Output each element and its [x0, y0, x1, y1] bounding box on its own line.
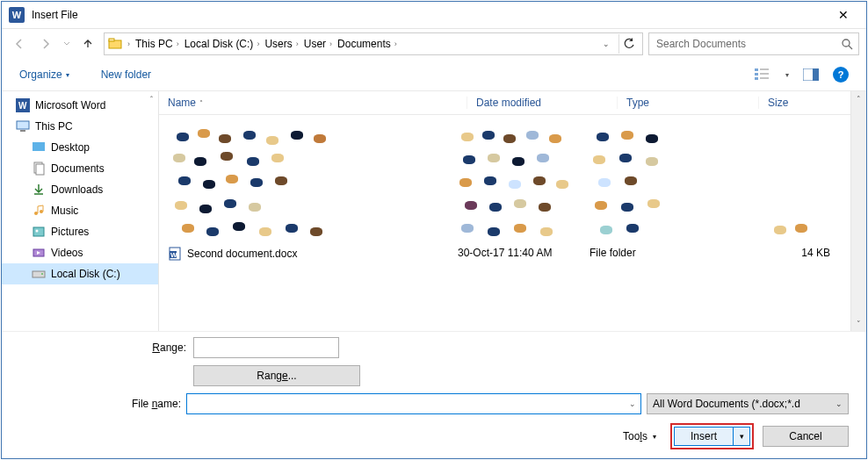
insert-dropdown-button[interactable]: ▾ [734, 427, 750, 446]
svg-rect-4 [755, 68, 758, 71]
range-input[interactable] [193, 337, 339, 358]
address-bar[interactable]: › This PC› Local Disk (C:)› Users› User›… [104, 32, 643, 55]
main-area: ˆ W Microsoft Word This PC Desktop Docum… [2, 91, 866, 331]
tree-scroll-up-icon[interactable]: ˆ [150, 95, 153, 104]
documents-icon [32, 162, 46, 176]
monitor-icon [16, 119, 30, 133]
column-date[interactable]: Date modified [467, 97, 618, 109]
tree-desktop[interactable]: Desktop [2, 137, 158, 158]
insert-highlight: Insert ▾ [670, 423, 754, 449]
column-type[interactable]: Type [618, 97, 759, 109]
search-box[interactable] [648, 32, 859, 55]
range-label: Range: [19, 341, 186, 354]
cancel-button[interactable]: Cancel [763, 426, 849, 447]
pictures-icon [32, 225, 46, 239]
obscured-content [458, 127, 590, 241]
organize-menu[interactable]: Organize▾ [19, 68, 69, 81]
svg-text:W: W [18, 101, 27, 111]
window-title: Insert File [32, 9, 78, 21]
svg-line-3 [849, 46, 852, 49]
address-dropdown-icon[interactable]: ⌄ [603, 40, 610, 48]
svg-point-21 [40, 210, 43, 213]
tools-menu[interactable]: Tools▾ [623, 430, 656, 442]
refresh-button[interactable] [618, 34, 639, 54]
crumb-user[interactable]: User [304, 38, 326, 50]
chevron-right-icon[interactable]: › [177, 40, 179, 48]
navigation-row: › This PC› Local Disk (C:)› Users› User›… [2, 29, 866, 59]
help-button[interactable]: ? [833, 67, 849, 83]
forward-button[interactable] [35, 33, 56, 54]
folder-icon [108, 37, 122, 51]
tree-pictures[interactable]: Pictures [2, 221, 158, 242]
scroll-up-icon[interactable]: ˄ [851, 91, 866, 106]
crumb-documents[interactable]: Documents [337, 38, 391, 50]
svg-rect-11 [813, 68, 819, 81]
list-item[interactable]: W Second document.docx [168, 247, 458, 261]
view-dropdown-icon[interactable]: ▾ [785, 71, 789, 79]
sort-asc-icon: ˄ [199, 99, 203, 107]
search-icon[interactable] [841, 38, 853, 50]
bottom-panel: Range: Range... File name: ⌄ All Word Do… [2, 331, 866, 458]
crumb-localdisk[interactable]: Local Disk (C:) [184, 38, 254, 50]
tree-local-disk[interactable]: Local Disk (C:) [2, 263, 158, 284]
svg-point-23 [36, 230, 39, 233]
title-bar: W Insert File ✕ [2, 2, 866, 29]
view-mode-button[interactable] [754, 65, 773, 84]
svg-point-20 [34, 212, 38, 215]
svg-rect-5 [755, 73, 758, 75]
chevron-down-icon: ⌄ [835, 399, 843, 408]
navigation-tree[interactable]: ˆ W Microsoft Word This PC Desktop Docum… [2, 91, 159, 331]
svg-rect-6 [755, 77, 758, 80]
filename-input[interactable] [187, 398, 625, 410]
crumb-thispc[interactable]: This PC [135, 38, 173, 50]
tree-downloads[interactable]: Downloads [2, 179, 158, 200]
file-list[interactable]: W Second document.docx 30-Oct-17 11:40 A… [159, 115, 866, 331]
back-button[interactable] [9, 33, 30, 54]
desktop-icon [32, 140, 46, 155]
filename-history-dropdown-icon[interactable]: ⌄ [625, 399, 640, 408]
chevron-right-icon[interactable]: › [394, 40, 397, 48]
range-button[interactable]: Range... [193, 365, 360, 386]
column-name[interactable]: Name˄ [159, 97, 467, 109]
chevron-right-icon[interactable]: › [257, 40, 259, 48]
new-folder-button[interactable]: New folder [101, 68, 151, 81]
file-list-panel: Name˄ Date modified Type Size W [159, 91, 866, 331]
vertical-scrollbar[interactable]: ˄ ˅ [850, 91, 866, 331]
disk-icon [32, 267, 46, 281]
chevron-right-icon[interactable]: › [127, 40, 130, 48]
svg-rect-15 [20, 130, 25, 132]
toolbar: Organize▾ New folder ▾ ? [2, 59, 866, 91]
filename-label: File name: [19, 398, 181, 410]
filetype-dropdown[interactable]: All Word Documents (*.docx;*.d ⌄ [647, 393, 849, 414]
svg-text:W: W [170, 251, 177, 259]
scroll-down-icon[interactable]: ˅ [851, 316, 866, 331]
column-size[interactable]: Size [759, 97, 851, 109]
chevron-right-icon[interactable]: › [296, 40, 299, 48]
preview-pane-button[interactable] [801, 65, 821, 84]
chevron-right-icon[interactable]: › [329, 40, 332, 48]
svg-point-2 [843, 40, 850, 47]
svg-rect-22 [33, 227, 44, 236]
file-date: 30-Oct-17 11:40 AM [458, 247, 590, 259]
close-button[interactable]: ✕ [826, 8, 861, 22]
insert-file-dialog: W Insert File ✕ › This PC› Local Disk (C… [1, 1, 867, 459]
tree-microsoft-word[interactable]: W Microsoft Word [2, 95, 158, 116]
file-type: File folder [590, 247, 712, 259]
filename-field[interactable]: ⌄ [186, 393, 641, 414]
obscured-content [590, 127, 712, 241]
svg-rect-1 [109, 39, 114, 41]
insert-button[interactable]: Insert [674, 427, 734, 446]
tree-documents[interactable]: Documents [2, 158, 158, 179]
svg-point-26 [41, 273, 43, 275]
search-input[interactable] [655, 37, 841, 51]
tree-this-pc[interactable]: This PC [2, 116, 158, 137]
svg-rect-18 [36, 164, 44, 175]
svg-rect-14 [17, 121, 29, 129]
word-doc-icon: W [168, 247, 182, 261]
tree-videos[interactable]: Videos [2, 242, 158, 263]
tree-music[interactable]: Music [2, 200, 158, 221]
crumb-users[interactable]: Users [264, 38, 292, 50]
recent-dropdown-icon[interactable] [61, 33, 72, 54]
up-button[interactable] [77, 33, 98, 54]
downloads-icon [32, 183, 46, 197]
